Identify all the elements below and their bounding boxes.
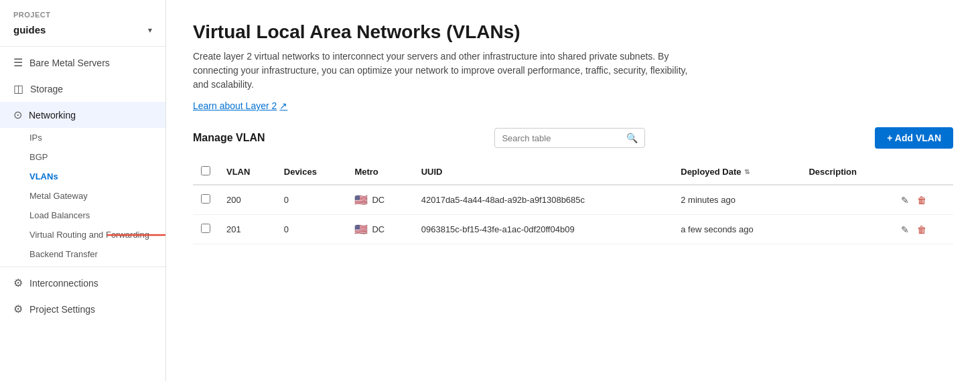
row-checkbox-cell[interactable] [193, 185, 218, 215]
cell-metro: 🇺🇸 DC [346, 215, 413, 244]
metro-flag-dc: 🇺🇸 DC [354, 223, 384, 236]
search-icon: 🔍 [626, 133, 638, 143]
project-settings-icon: ⚙ [13, 303, 23, 315]
cell-deployed-date: a few seconds ago [673, 215, 800, 244]
networking-icon: ⊙ [13, 108, 22, 121]
sidebar-item-backend-transfer[interactable]: Backend Transfer [0, 244, 165, 264]
sidebar-item-label: Storage [30, 84, 63, 94]
sort-icon: ⇅ [744, 168, 750, 175]
project-label: PROJECT [0, 0, 165, 21]
th-devices: Devices [276, 159, 347, 185]
sidebar-item-storage[interactable]: ◫ Storage [0, 76, 165, 102]
row-checkbox-1[interactable] [201, 224, 210, 233]
external-link-icon: ↗ [279, 100, 287, 111]
th-vlan: VLAN [218, 159, 276, 185]
bare-metal-icon: ☰ [13, 56, 23, 69]
metro-flag-dc: 🇺🇸 DC [354, 194, 384, 206]
sidebar-item-label: Networking [29, 110, 76, 121]
cell-vlan: 200 [218, 185, 276, 215]
learn-about-layer2-link[interactable]: Learn about Layer 2 ↗ [193, 100, 287, 111]
cell-metro: 🇺🇸 DC [346, 185, 413, 215]
cell-description [800, 215, 893, 244]
cell-actions: ✎ 🗑 [893, 185, 953, 215]
row-checkbox-0[interactable] [201, 194, 210, 204]
sidebar-divider-top [0, 46, 165, 47]
delete-icon[interactable]: 🗑 [917, 195, 926, 206]
cell-actions: ✎ 🗑 [893, 215, 953, 244]
cell-uuid: 0963815c-bf15-43fe-a1ac-0df20ff04b09 [413, 215, 673, 244]
th-description: Description [800, 159, 893, 185]
add-vlan-button[interactable]: + Add VLAN [875, 127, 953, 149]
table-header-row: VLAN Devices Metro UUID Deployed Date ⇅ … [193, 159, 953, 185]
sidebar: PROJECT guides ▾ ☰ Bare Metal Servers ◫ … [0, 0, 166, 381]
action-icons: ✎ 🗑 [901, 224, 945, 235]
sidebar-item-networking[interactable]: ⊙ Networking [0, 102, 165, 128]
sidebar-item-load-balancers[interactable]: Load Balancers [0, 206, 165, 225]
edit-icon[interactable]: ✎ [901, 224, 909, 235]
sidebar-item-label: Project Settings [29, 304, 95, 315]
sidebar-item-interconnections[interactable]: ⚙ Interconnections [0, 270, 165, 296]
interconnections-icon: ⚙ [13, 277, 23, 289]
sidebar-item-bgp[interactable]: BGP [0, 147, 165, 167]
deployed-date-sort[interactable]: Deployed Date ⇅ [681, 167, 749, 177]
cell-vlan: 201 [218, 215, 276, 244]
row-checkbox-cell[interactable] [193, 215, 218, 244]
action-icons: ✎ 🗑 [901, 195, 945, 206]
search-box[interactable]: 🔍 [494, 128, 645, 148]
sidebar-item-vlans[interactable]: VLANs [0, 167, 165, 186]
project-selector[interactable]: guides ▾ [0, 21, 165, 44]
table-row: 201 0 🇺🇸 DC 0963815c-bf15-43fe-a1ac-0df2… [193, 215, 953, 244]
flag-icon: 🇺🇸 [354, 194, 368, 206]
sidebar-item-label: Interconnections [29, 278, 98, 289]
sidebar-item-ips[interactable]: IPs [0, 128, 165, 147]
storage-icon: ◫ [13, 82, 23, 95]
cell-devices: 0 [276, 215, 347, 244]
sidebar-item-metal-gateway[interactable]: Metal Gateway [0, 186, 165, 206]
th-actions [893, 159, 953, 185]
cell-devices: 0 [276, 185, 347, 215]
th-deployed-date[interactable]: Deployed Date ⇅ [673, 159, 800, 185]
toolbar-right: 🔍 [494, 128, 645, 148]
project-name: guides [13, 24, 46, 35]
sidebar-item-project-settings[interactable]: ⚙ Project Settings [0, 296, 165, 322]
select-all-header[interactable] [193, 159, 218, 185]
search-input[interactable] [502, 133, 622, 143]
manage-vlan-label: Manage VLAN [193, 132, 265, 144]
page-title: Virtual Local Area Networks (VLANs) [193, 21, 953, 43]
th-metro: Metro [346, 159, 413, 185]
sidebar-item-bare-metal[interactable]: ☰ Bare Metal Servers [0, 50, 165, 76]
select-all-checkbox[interactable] [201, 166, 210, 175]
sidebar-item-vrf[interactable]: Virtual Routing and Forwarding [0, 225, 165, 244]
sidebar-divider-bottom [0, 266, 165, 267]
metro-label: DC [372, 195, 384, 205]
th-uuid: UUID [413, 159, 673, 185]
edit-icon[interactable]: ✎ [901, 195, 909, 206]
metro-label: DC [372, 224, 384, 234]
cell-description [800, 185, 893, 215]
page-description: Create layer 2 virtual networks to inter… [193, 50, 702, 92]
flag-icon: 🇺🇸 [354, 223, 368, 236]
main-content: Virtual Local Area Networks (VLANs) Crea… [166, 0, 980, 381]
project-chevron-icon: ▾ [148, 25, 152, 35]
table-row: 200 0 🇺🇸 DC 42017da5-4a44-48ad-a92b-a9f1… [193, 185, 953, 215]
cell-deployed-date: 2 minutes ago [673, 185, 800, 215]
sidebar-item-label: Bare Metal Servers [29, 58, 110, 68]
table-toolbar: Manage VLAN 🔍 + Add VLAN [193, 127, 953, 149]
vlan-table: VLAN Devices Metro UUID Deployed Date ⇅ … [193, 159, 953, 244]
cell-uuid: 42017da5-4a44-48ad-a92b-a9f1308b685c [413, 185, 673, 215]
delete-icon[interactable]: 🗑 [917, 224, 926, 235]
